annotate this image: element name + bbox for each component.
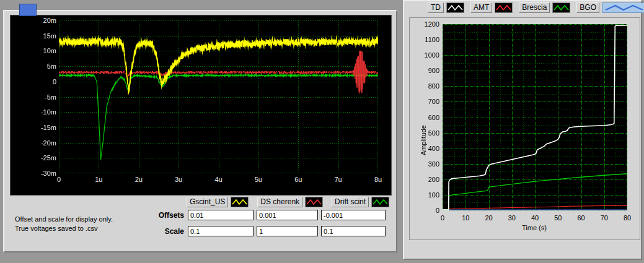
amplitude-plot-canvas	[443, 24, 627, 210]
legend-plot-icon[interactable]	[231, 197, 249, 207]
tick-label: -15m	[12, 124, 56, 131]
offset-input-1[interactable]	[188, 210, 254, 220]
tick-label: -5m	[12, 93, 56, 101]
tick-label: 0	[46, 176, 71, 183]
y-axis-title: Amplitude	[420, 125, 427, 155]
right-panel: TDAMTBresciaBGO 120011001000900800700600…	[403, 0, 642, 260]
tick-label: 10	[456, 214, 475, 222]
scale-input-3[interactable]	[321, 226, 386, 236]
legend-label: TD	[428, 2, 444, 13]
note-text: Offset and scale for display only. True …	[15, 215, 113, 233]
tick-label: 600	[411, 114, 439, 121]
tick-label: 5m	[12, 63, 56, 70]
tick-label: 1100	[411, 36, 439, 43]
tick-label: 50	[548, 214, 568, 222]
tick-label: 15m	[12, 32, 56, 40]
note-line-1: Offset and scale for display only.	[15, 215, 113, 224]
offset-input-3[interactable]	[321, 210, 386, 220]
legend-label: Brescia	[519, 2, 550, 13]
tick-label: 1000	[411, 51, 439, 59]
x-axis-title: Time (s)	[500, 224, 568, 231]
tick-label: 60	[571, 214, 591, 222]
legend-item-gscint-us[interactable]: Gscint_US	[187, 197, 249, 207]
tick-label: 80	[617, 214, 637, 222]
legend-plot-icon[interactable]	[552, 2, 570, 13]
waveform-graph: 20m15m10m5m0-5m-10m-15m-20m-25m-30m 01u2…	[10, 15, 392, 196]
tick-label: 700	[411, 98, 439, 105]
scale-input-1[interactable]	[188, 226, 254, 236]
tick-label: 0	[12, 78, 56, 85]
tick-label: 900	[411, 67, 439, 74]
tick-label: 300	[411, 160, 439, 168]
legend-label: BGO	[576, 2, 599, 13]
legend-label: AMT	[470, 2, 492, 13]
legend-label: Gscint_US	[187, 197, 228, 207]
amplitude-chart: 1200110010009008007006005004003002001000…	[409, 17, 640, 240]
tick-label: 0	[411, 207, 439, 214]
tick-label: 1200	[411, 20, 439, 28]
legend-plot-icon[interactable]	[495, 2, 513, 13]
left-panel: 20m15m10m5m0-5m-10m-15m-20m-25m-30m 01u2…	[3, 10, 397, 252]
tick-label: 10m	[12, 47, 56, 54]
tick-label: 2u	[126, 176, 151, 183]
legend-plot-icon[interactable]	[305, 197, 323, 207]
legend-item-amt[interactable]: AMT	[470, 2, 513, 13]
legend-plot-icon[interactable]	[371, 197, 389, 207]
window-chip	[19, 4, 37, 16]
tick-label: -25m	[12, 154, 56, 162]
legend-plot-icon[interactable]	[602, 2, 644, 13]
legend-item-drift-scint[interactable]: Drift scint	[332, 197, 389, 207]
tick-label: 4u	[206, 176, 231, 183]
tick-label: 100	[411, 191, 439, 199]
tick-label: 200	[411, 176, 439, 183]
tick-label: 70	[594, 214, 614, 222]
tick-label: 5u	[246, 176, 271, 183]
tick-label: 30	[502, 214, 522, 222]
waveform-legend: Gscint_USDS cherenkDrift scint	[187, 197, 389, 207]
tick-label: 40	[525, 214, 545, 222]
legend-label: DS cherenk	[257, 197, 302, 207]
tick-label: 3u	[166, 176, 191, 183]
tick-label: 6u	[286, 176, 311, 183]
tick-label: 800	[411, 82, 439, 90]
chart-legend: TDAMTBresciaBGO	[428, 2, 644, 13]
legend-plot-icon[interactable]	[446, 2, 464, 13]
tick-label: 8u	[366, 176, 390, 183]
legend-label: Drift scint	[332, 197, 369, 207]
tick-label: 20	[479, 214, 499, 222]
tick-label: 20m	[12, 17, 56, 24]
scale-input-2[interactable]	[257, 226, 318, 236]
legend-item-bgo[interactable]: BGO	[576, 2, 644, 13]
tick-label: -20m	[12, 139, 56, 147]
waveform-plot-canvas	[59, 20, 378, 173]
tick-label: 0	[433, 214, 452, 222]
tick-label: 1u	[86, 176, 111, 183]
note-line-2: True voltages saved to .csv	[15, 224, 113, 233]
legend-item-td[interactable]: TD	[428, 2, 464, 13]
legend-item-brescia[interactable]: Brescia	[519, 2, 570, 13]
legend-item-ds-cherenk[interactable]: DS cherenk	[257, 197, 323, 207]
tick-label: -10m	[12, 108, 56, 116]
tick-label: 7u	[326, 176, 351, 183]
offset-input-2[interactable]	[257, 210, 318, 220]
